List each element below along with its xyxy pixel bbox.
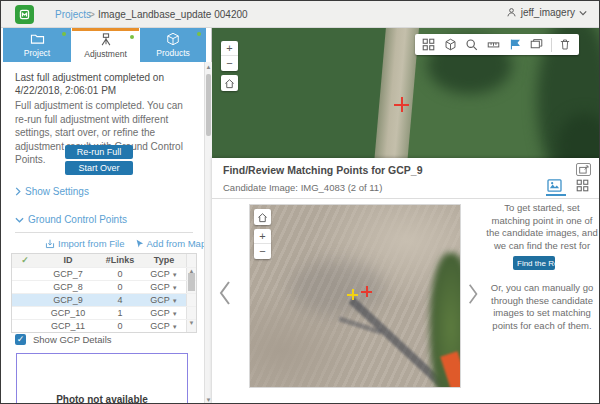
delete-icon[interactable]	[557, 37, 573, 53]
project-title: Image_Landbase_update 004200	[98, 9, 248, 20]
status-dot	[130, 35, 134, 39]
map-home-button[interactable]	[221, 75, 238, 91]
candidate-image-label: Candidate Image: IMG_4083 (2 of 11)	[223, 182, 382, 193]
status-dot	[62, 32, 66, 36]
folder-icon	[3, 32, 71, 47]
matching-points-panel: Find/Review Matching Points for GCP_9 Ca…	[212, 158, 600, 404]
gcp-section-label: Ground Control Points	[28, 214, 127, 225]
viewer-zoom-control[interactable]: + −	[254, 229, 271, 259]
col-header-links: #Links	[98, 254, 142, 267]
top-bar: Projects > Image_Landbase_update 004200 …	[1, 1, 599, 28]
matching-panel-title: Find/Review Matching Points for GCP_9	[223, 164, 423, 176]
toolbar-divider	[551, 38, 552, 52]
basemap-icon[interactable]	[442, 37, 458, 53]
map-zoom-control[interactable]: + −	[221, 41, 238, 71]
tripod-icon	[72, 33, 139, 48]
add-from-map-link[interactable]: Add from Map	[135, 238, 207, 249]
zoom-in-button[interactable]: +	[221, 41, 238, 56]
gcp-photo-preview: Photo not available	[16, 353, 188, 404]
table-row-gcp7[interactable]: GCP_70 GCP▼ ▲	[12, 267, 196, 280]
panel-scrollbar[interactable]: ▲ ▼	[204, 62, 212, 404]
active-view-underline	[546, 194, 566, 196]
user-menu[interactable]: jeff_imagery	[506, 7, 587, 18]
viewer-home-button[interactable]	[254, 209, 271, 225]
show-gcp-details-checkbox[interactable]: ✓	[15, 334, 26, 345]
add-from-map-label: Add from Map	[147, 238, 207, 249]
tab-adjustment[interactable]: Adjustment	[72, 28, 139, 62]
app-window: Projects > Image_Landbase_update 004200 …	[0, 0, 600, 404]
single-image-view-toggle[interactable]	[546, 178, 562, 192]
chevron-down-icon	[15, 217, 24, 223]
export-image-icon[interactable]	[576, 163, 591, 176]
table-scrollbar[interactable]	[186, 254, 196, 267]
image-collection-icon[interactable]	[529, 37, 545, 53]
type-dropdown-icon[interactable]: ▼	[172, 285, 178, 291]
previous-image-button[interactable]	[218, 280, 231, 306]
ortho-maker-logo-icon[interactable]	[15, 5, 34, 24]
scroll-thumb[interactable]	[206, 74, 211, 136]
user-name: jeff_imagery	[521, 7, 575, 18]
gcp-table: ✓ ID #Links Type GCP_70 GCP▼ ▲ GCP_80 GC…	[11, 253, 197, 333]
table-row-gcp8[interactable]: GCP_80 GCP▼	[12, 280, 196, 293]
search-icon[interactable]	[464, 37, 480, 53]
last-adjustment-status: Last full adjustment completed on 4/22/2…	[15, 71, 193, 97]
cursor-icon	[135, 239, 144, 249]
table-scroll-thumb[interactable]	[188, 273, 195, 291]
map-toolbar	[415, 34, 579, 55]
show-settings-label: Show Settings	[25, 186, 89, 197]
breadcrumb-projects-link[interactable]: Projects	[55, 9, 91, 20]
tab-label: Adjustment	[72, 49, 139, 59]
viewer-zoom-in-button[interactable]: +	[254, 229, 271, 244]
tab-label: Project	[3, 48, 71, 58]
import-from-file-link[interactable]: Import from File	[45, 238, 125, 249]
next-image-button[interactable]	[468, 283, 479, 305]
home-icon	[224, 78, 235, 89]
gcp-section-toggle[interactable]: Ground Control Points	[15, 214, 127, 225]
type-dropdown-icon[interactable]: ▼	[172, 272, 178, 278]
measure-icon[interactable]	[486, 37, 502, 53]
gcp-marker-red-crosshair	[394, 97, 409, 112]
grid-view-toggle[interactable]	[574, 178, 590, 192]
tab-products[interactable]: Products	[140, 28, 206, 62]
type-dropdown-icon[interactable]: ▼	[172, 324, 178, 330]
start-over-button[interactable]: Start Over	[65, 161, 133, 175]
table-row-gcp9-selected[interactable]: GCP_94 GCP▼	[12, 293, 196, 306]
table-row-gcp11[interactable]: GCP_110 GCP▼ ▼	[12, 319, 196, 332]
tab-project[interactable]: Project	[3, 28, 71, 62]
table-scrollbar-down[interactable]: ▼	[186, 320, 196, 332]
scroll-up-icon[interactable]: ▲	[205, 64, 212, 70]
adjustment-panel: Project Adjustment Products Last full ad…	[1, 28, 212, 404]
candidate-image-viewer[interactable]: + −	[249, 204, 461, 388]
breadcrumb-separator: >	[89, 9, 95, 20]
type-dropdown-icon[interactable]: ▼	[172, 298, 178, 304]
import-from-file-label: Import from File	[58, 238, 125, 249]
col-header-type: Type	[142, 254, 186, 267]
matching-point-yellow-cross	[347, 289, 358, 300]
matching-point-red-cross	[361, 286, 372, 297]
check-column-icon: ✓	[12, 254, 38, 267]
divider	[15, 232, 193, 233]
tab-label: Products	[140, 48, 206, 58]
gcp-table-header: ✓ ID #Links Type	[12, 254, 196, 267]
manual-instruction: Or, you can manually go through these ca…	[485, 282, 599, 332]
photo-not-available-text: Photo not available	[17, 394, 187, 404]
apps-grid-icon[interactable]	[421, 37, 437, 53]
status-dot	[197, 32, 201, 36]
person-icon	[506, 7, 517, 18]
type-dropdown-icon[interactable]: ▼	[172, 311, 178, 317]
show-settings-link[interactable]: Show Settings	[15, 186, 89, 197]
rerun-full-button[interactable]: Re-run Full	[65, 145, 133, 159]
table-row-gcp10[interactable]: GCP_101 GCP▼	[12, 306, 196, 319]
scroll-down-icon[interactable]: ▼	[205, 397, 212, 403]
divider	[212, 198, 600, 199]
gcp-tool-icon[interactable]	[507, 37, 523, 53]
col-header-id: ID	[38, 254, 98, 267]
viewer-zoom-out-button[interactable]: −	[254, 244, 271, 259]
zoom-out-button[interactable]: −	[221, 56, 238, 71]
chevron-right-icon	[15, 187, 21, 196]
show-gcp-details-label: Show GCP Details	[33, 334, 112, 345]
home-icon	[257, 212, 268, 223]
import-icon	[45, 239, 55, 249]
find-the-rest-button[interactable]: Find the Rest	[513, 256, 555, 270]
chevron-down-icon	[579, 10, 587, 16]
